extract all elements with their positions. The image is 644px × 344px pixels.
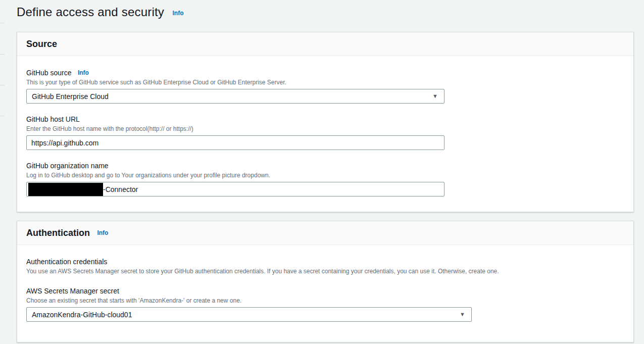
github-source-selected-value: GitHub Enterprise Cloud <box>32 92 109 101</box>
credentials-label-row: Authentication credentials <box>26 257 623 266</box>
left-edge-tick <box>0 116 5 116</box>
left-edge-tick <box>0 54 5 55</box>
secret-label-row: AWS Secrets Manager secret <box>26 286 623 296</box>
page-title: Define access and security <box>17 5 164 19</box>
host-url-label-row: GitHub host URL <box>26 115 623 124</box>
authentication-card-header: Authentication Info <box>17 221 633 245</box>
secret-selected-value: AmazonKendra-GitHub-cloud01 <box>32 311 132 319</box>
organization-value-suffix: -Connector <box>103 185 138 193</box>
github-source-field-group: GitHub source Info This is your type of … <box>26 68 623 104</box>
secret-description: Choose an existing secret that starts wi… <box>26 297 623 305</box>
secret-label: AWS Secrets Manager secret <box>26 287 119 295</box>
organization-description: Log in to GitHub desktop and go to Your … <box>26 171 623 179</box>
source-card-body: GitHub source Info This is your type of … <box>17 56 633 212</box>
page-info-link[interactable]: Info <box>172 10 183 17</box>
organization-label: GitHub organization name <box>26 162 109 170</box>
authentication-card: Authentication Info Authentication crede… <box>17 221 634 342</box>
page-title-row: Define access and security Info <box>17 4 634 22</box>
github-source-label-row: GitHub source Info <box>26 68 623 77</box>
chevron-down-icon: ▼ <box>432 93 438 99</box>
host-url-label: GitHub host URL <box>26 115 80 123</box>
credentials-label: Authentication credentials <box>26 258 107 266</box>
organization-label-row: GitHub organization name <box>26 161 623 170</box>
chevron-down-icon: ▼ <box>460 312 465 317</box>
github-source-select[interactable]: GitHub Enterprise Cloud ▼ <box>26 89 444 104</box>
organization-input[interactable]: -Connector <box>26 182 444 196</box>
source-card-header: Source <box>17 32 633 56</box>
left-edge-tick <box>0 85 5 85</box>
secret-select[interactable]: AmazonKendra-GitHub-cloud01 ▼ <box>26 307 472 322</box>
source-card: Source GitHub source Info This is your t… <box>17 32 634 212</box>
authentication-info-link[interactable]: Info <box>97 229 108 236</box>
github-source-label: GitHub source <box>26 69 71 77</box>
left-edge-tick <box>0 23 5 23</box>
source-card-title: Source <box>26 39 57 49</box>
authentication-card-title: Authentication <box>26 228 90 238</box>
organization-field-group: GitHub organization name Log in to GitHu… <box>26 161 623 196</box>
secret-field-group: AWS Secrets Manager secret Choose an exi… <box>26 286 623 322</box>
redacted-text-block <box>28 183 103 196</box>
main-content: Define access and security Info Source G… <box>17 0 634 342</box>
host-url-description: Enter the GitHub host name with the prot… <box>26 125 623 133</box>
host-url-input[interactable] <box>26 135 444 150</box>
authentication-card-body: Authentication credentials You use an AW… <box>17 245 633 342</box>
github-source-info-link[interactable]: Info <box>78 69 89 76</box>
host-url-field-group: GitHub host URL Enter the GitHub host na… <box>26 115 623 150</box>
github-source-description: This is your type of GitHub service such… <box>26 78 623 86</box>
credentials-description: You use an AWS Secrets Manager secret to… <box>26 267 623 275</box>
credentials-field-group: Authentication credentials You use an AW… <box>26 257 623 275</box>
